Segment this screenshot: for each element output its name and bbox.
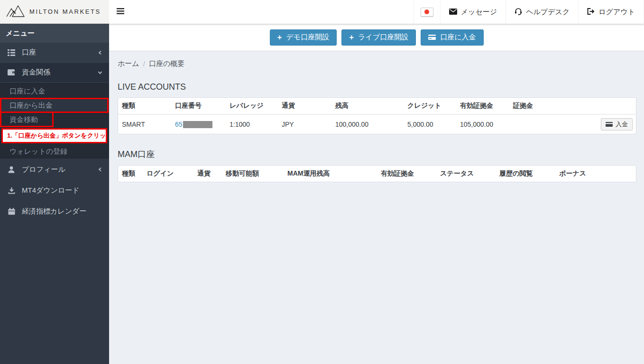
column-header: 通貨 (278, 98, 331, 114)
breadcrumb-current: 口座の概要 (149, 59, 184, 68)
cell-account-number: 65 (171, 114, 226, 134)
messages-label: メッセージ (461, 8, 497, 17)
column-header: ステータス (436, 166, 496, 182)
download-icon (7, 187, 16, 194)
button-label: ライブ口座開設 (358, 33, 408, 42)
column-header: 有効証拠金 (377, 166, 436, 182)
japan-flag-icon (421, 8, 433, 17)
sidebar-item-label: MT4ダウンロード (22, 186, 102, 195)
column-header: 証拠金 (509, 98, 564, 114)
chevron-left-icon (98, 50, 102, 55)
column-header: クレジット (404, 98, 456, 114)
mam-accounts-title: MAM口座 (118, 149, 636, 160)
credit-card-icon (428, 33, 436, 41)
submenu-item-withdraw[interactable]: 口座から出金 (0, 98, 109, 112)
sidebar-item-accounts[interactable]: 口座 (0, 43, 109, 63)
column-header: 残高 (331, 98, 404, 114)
button-label: デモ口座開設 (286, 33, 329, 42)
account-action-bar: + デモ口座開設 + ライブ口座開設 口座に入金 (109, 24, 644, 51)
content-area: ホーム / 口座の概要 LIVE ACCOUNTS 種類 口座番号 レバレッジ … (109, 51, 644, 182)
cell-account-type: SMART (118, 114, 171, 134)
sidebar-item-profile[interactable]: プロフィール (0, 159, 109, 180)
sidebar-item-funds[interactable]: 資金関係 (0, 63, 109, 83)
breadcrumb-separator: / (143, 60, 145, 68)
column-header: 有効証拠金 (456, 98, 509, 114)
brand-name: MILTON MARKETS (29, 8, 101, 15)
calendar-icon (7, 208, 16, 215)
cell-leverage: 1:1000 (226, 114, 278, 134)
table-header-row: 種類 ログイン 通貨 移動可能額 MAM運用残高 有効証拠金 ステータス 履歴の… (118, 166, 636, 182)
submenu-item-wallet-registration[interactable]: ウォレットの登録 (0, 144, 109, 159)
submenu-item-deposit[interactable]: 口座に入金 (0, 84, 109, 98)
mam-accounts-panel: 種類 ログイン 通貨 移動可能額 MAM運用残高 有効証拠金 ステータス 履歴の… (118, 165, 636, 182)
helpdesk-label: ヘルプデスク (526, 8, 570, 17)
headset-icon (515, 8, 522, 17)
open-live-account-button[interactable]: + ライブ口座開設 (341, 29, 416, 46)
column-header: レバレッジ (226, 98, 278, 114)
logout-label: ログアウト (598, 8, 635, 17)
column-header: 種類 (118, 166, 143, 182)
cell-equity: 105,000.00 (456, 114, 509, 134)
breadcrumb: ホーム / 口座の概要 (118, 59, 636, 68)
column-header: 種類 (118, 98, 171, 114)
sidebar-toggle-button[interactable] (109, 0, 132, 24)
logout-icon (587, 8, 595, 16)
cell-credit: 5,000.00 (404, 114, 456, 134)
live-accounts-title: LIVE ACCOUNTS (118, 82, 636, 92)
live-accounts-panel: 種類 口座番号 レバレッジ 通貨 残高 クレジット 有効証拠金 証拠金 SMAR… (118, 97, 636, 134)
table-header-row: 種類 口座番号 レバレッジ 通貨 残高 クレジット 有効証拠金 証拠金 (118, 98, 636, 114)
sidebar-item-label: 口座 (22, 48, 92, 57)
column-header: ボーナス (555, 166, 636, 182)
column-header: 履歴の閲覧 (496, 166, 555, 182)
button-label: 入金 (616, 120, 628, 129)
sidebar-item-label: プロフィール (22, 165, 92, 174)
plus-icon: + (349, 33, 354, 41)
chevron-left-icon (98, 167, 102, 172)
cell-actions: 入金 (564, 114, 636, 134)
open-demo-account-button[interactable]: + デモ口座開設 (270, 29, 337, 46)
sidebar-item-label: 資金関係 (22, 68, 92, 77)
hamburger-icon (117, 8, 124, 16)
mountains-logo-icon (6, 5, 25, 19)
plus-icon: + (277, 33, 282, 41)
messages-menu[interactable]: メッセージ (440, 0, 506, 24)
envelope-icon (449, 8, 457, 16)
column-header: ログイン (143, 166, 193, 182)
sidebar: MILTON MARKETS メニュー 口座 資金関係 (0, 0, 109, 364)
sidebar-item-label: 経済指標カレンダー (22, 207, 102, 216)
cell-balance: 100,000.00 (331, 114, 404, 134)
column-header-actions (564, 98, 636, 114)
main-area: メッセージ ヘルプデスク (109, 0, 644, 364)
sidebar-item-mt4-download[interactable]: MT4ダウンロード (0, 180, 109, 201)
column-header: 移動可能額 (222, 166, 284, 182)
table-row: SMART 65 1:1000 JPY 100,000.00 5,000.00 … (118, 114, 636, 134)
list-icon (7, 49, 16, 56)
breadcrumb-home-link[interactable]: ホーム (118, 59, 139, 68)
chevron-down-icon (98, 70, 102, 75)
cell-currency: JPY (278, 114, 331, 134)
column-header: MAM運用残高 (284, 166, 377, 182)
logout-menu[interactable]: ログアウト (578, 0, 644, 24)
button-label: 口座に入金 (440, 33, 476, 42)
mam-accounts-table: 種類 ログイン 通貨 移動可能額 MAM運用残高 有効証拠金 ステータス 履歴の… (118, 166, 636, 182)
column-header: 通貨 (193, 166, 222, 182)
language-selector[interactable] (414, 0, 440, 24)
top-navbar: メッセージ ヘルプデスク (109, 0, 644, 24)
row-deposit-button[interactable]: 入金 (601, 118, 633, 131)
cell-margin (509, 114, 564, 134)
wallet-icon (7, 69, 16, 75)
redaction-block (183, 121, 212, 128)
user-icon (7, 166, 16, 173)
live-accounts-table: 種類 口座番号 レバレッジ 通貨 残高 クレジット 有効証拠金 証拠金 SMAR… (118, 98, 636, 134)
helpdesk-menu[interactable]: ヘルプデスク (506, 0, 578, 24)
account-number-link[interactable]: 65 (175, 121, 183, 128)
sidebar-menu-title: メニュー (0, 24, 109, 43)
sidebar-item-economic-calendar[interactable]: 経済指標カレンダー (0, 201, 109, 222)
credit-card-icon (606, 121, 613, 128)
submenu-item-transfer[interactable]: 資金移動 (0, 112, 109, 127)
column-header: 口座番号 (171, 98, 226, 114)
instruction-annotation: 1.「口座から出金」ボタンをクリック (1, 128, 107, 143)
funds-submenu: 口座に入金 口座から出金 資金移動 ウォレットの登録 (0, 83, 109, 159)
brand-logo[interactable]: MILTON MARKETS (0, 0, 109, 24)
deposit-to-account-button[interactable]: 口座に入金 (421, 29, 483, 46)
